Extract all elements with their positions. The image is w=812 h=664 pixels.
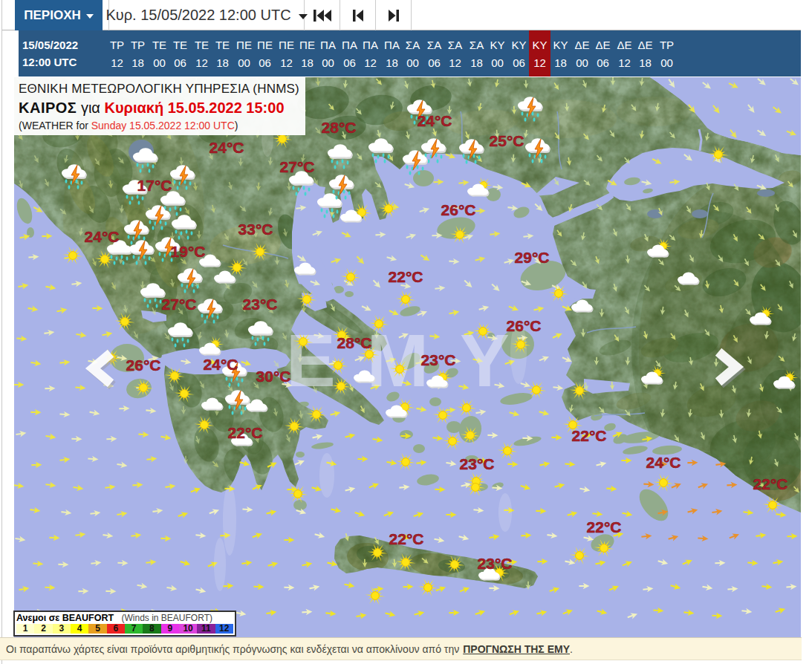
svg-text:24°C: 24°C: [85, 228, 120, 245]
svg-text:19°C: 19°C: [171, 243, 206, 260]
svg-text:22°C: 22°C: [228, 424, 263, 441]
svg-text:30°C: 30°C: [256, 368, 291, 385]
svg-text:29°C: 29°C: [515, 249, 550, 266]
svg-text:24°C: 24°C: [418, 112, 452, 129]
svg-text:26°C: 26°C: [441, 201, 476, 218]
svg-text:27°C: 27°C: [280, 158, 315, 175]
svg-text:17°C: 17°C: [137, 177, 172, 194]
svg-text:23°C: 23°C: [460, 455, 495, 472]
svg-text:EMY: EMY: [286, 319, 541, 402]
svg-text:24°C: 24°C: [204, 356, 238, 373]
svg-text:28°C: 28°C: [322, 119, 357, 136]
svg-text:22°C: 22°C: [572, 427, 607, 444]
svg-text:22°C: 22°C: [587, 518, 622, 536]
svg-text:23°C: 23°C: [478, 555, 513, 572]
svg-text:24°C: 24°C: [210, 139, 244, 156]
svg-text:33°C: 33°C: [238, 221, 273, 238]
svg-text:27°C: 27°C: [162, 296, 197, 313]
svg-text:28°C: 28°C: [337, 334, 372, 351]
svg-text:24°C: 24°C: [646, 454, 681, 471]
svg-text:26°C: 26°C: [126, 357, 161, 374]
svg-text:26°C: 26°C: [507, 317, 542, 334]
svg-text:22°C: 22°C: [389, 530, 424, 547]
svg-text:23°C: 23°C: [243, 296, 278, 313]
svg-text:22°C: 22°C: [753, 475, 788, 492]
svg-text:22°C: 22°C: [389, 268, 423, 285]
svg-text:25°C: 25°C: [490, 132, 524, 149]
svg-text:23°C: 23°C: [421, 351, 456, 368]
